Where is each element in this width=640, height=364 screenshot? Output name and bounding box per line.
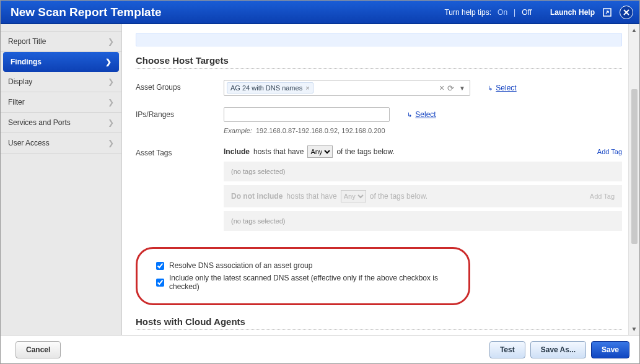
content: Choose Host Targets Asset Groups AG 24 w… <box>122 24 628 335</box>
dialog-window: New Scan Report Template Turn help tips:… <box>0 0 640 364</box>
checkbox-latest-dns[interactable] <box>156 279 164 287</box>
scroll-up-icon[interactable]: ▲ <box>631 27 638 33</box>
refresh-icon[interactable]: ⟳ <box>447 84 454 93</box>
help-tips-label: Turn help tips: <box>444 8 491 17</box>
include-tags-box: (no tags selected) <box>224 162 622 181</box>
titlebar-right: Turn help tips: On | Off Launch Help <box>444 6 633 19</box>
add-tag-exclude-link: Add Tag <box>590 193 615 200</box>
info-banner <box>136 33 622 46</box>
sidebar-item-label: Report Title <box>8 37 46 46</box>
checkbox-resolve-dns-label: Resolve DNS association of an asset grou… <box>169 261 312 270</box>
asset-groups-select: ↳ Select <box>488 84 517 92</box>
dialog-footer: Cancel Test Save As... Save <box>1 335 639 363</box>
include-suffix: of the tags below. <box>336 147 394 156</box>
sidebar: Report Title ❯ Findings ❯ Display ❯ Filt… <box>1 24 122 335</box>
row-ips-ranges: IPs/Ranges ↳ Select <box>136 107 622 122</box>
ips-ranges-select: ↳ Select <box>407 110 436 119</box>
label-ips-ranges: IPs/Ranges <box>136 107 224 119</box>
sidebar-item-label: Display <box>8 77 32 86</box>
highlighted-checkbox-group: Resolve DNS association of an asset grou… <box>136 247 470 305</box>
separator: | <box>514 8 515 17</box>
label-asset-tags: Asset Tags <box>136 145 224 157</box>
content-wrap: Choose Host Targets Asset Groups AG 24 w… <box>122 24 639 335</box>
checkbox-latest-dns-label: Include only the latest scanned DNS asse… <box>169 274 450 291</box>
checkbox-resolve-dns-row: Resolve DNS association of an asset grou… <box>156 261 450 270</box>
help-tips-on-link[interactable]: On <box>498 8 507 17</box>
dialog-title: New Scan Report Template <box>11 6 444 19</box>
dialog-body: Report Title ❯ Findings ❯ Display ❯ Filt… <box>1 24 639 335</box>
sidebar-item-findings[interactable]: Findings ❯ <box>3 52 119 72</box>
sidebar-item-filter[interactable]: Filter ❯ <box>1 92 121 113</box>
sidebar-item-label: Services and Ports <box>8 118 71 127</box>
chevron-right-icon: ❯ <box>105 58 112 66</box>
row-asset-groups: Asset Groups AG 24 with DNS names × × <box>136 80 622 96</box>
include-prefix: Include <box>224 147 250 156</box>
sidebar-item-display[interactable]: Display ❯ <box>1 72 121 92</box>
scrollbar[interactable]: ▲ ▼ <box>628 24 639 335</box>
example-text: 192.168.0.87-192.168.0.92, 192.168.0.200 <box>256 127 385 134</box>
section-title-cloud-agents: Hosts with Cloud Agents <box>136 316 622 330</box>
exclude-tags-row: Do not include hosts that have Any of th… <box>224 185 622 207</box>
scroll-down-icon[interactable]: ▼ <box>631 326 638 332</box>
chevron-right-icon: ❯ <box>108 118 114 127</box>
launch-help-link[interactable]: Launch Help <box>550 8 595 17</box>
titlebar: New Scan Report Template Turn help tips:… <box>1 1 639 24</box>
dropdown-icon[interactable]: ▼ <box>457 85 467 92</box>
select-arrow-icon: ↳ <box>488 85 493 92</box>
ips-ranges-input[interactable] <box>224 107 390 122</box>
exclude-any-all-select[interactable]: Any <box>341 190 366 202</box>
include-any-all-select[interactable]: Any <box>307 145 333 158</box>
chip-label: AG 24 with DNS names <box>230 84 302 92</box>
save-as-button[interactable]: Save As... <box>530 341 586 358</box>
ips-ranges-select-link[interactable]: Select <box>415 110 436 119</box>
sidebar-item-label: User Access <box>8 139 50 147</box>
sidebar-item-label: Findings <box>11 58 42 66</box>
exclude-tags-box: (no tags selected) <box>224 211 622 231</box>
close-icon[interactable] <box>620 6 633 19</box>
add-tag-include-link[interactable]: Add Tag <box>597 148 622 155</box>
test-button[interactable]: Test <box>489 341 525 358</box>
section-title-host-targets: Choose Host Targets <box>136 55 622 69</box>
scrollbar-thumb[interactable] <box>631 89 638 244</box>
asset-groups-input[interactable]: AG 24 with DNS names × × ⟳ ▼ <box>224 80 470 96</box>
cancel-button[interactable]: Cancel <box>15 341 61 358</box>
row-asset-tags: Asset Tags Include hosts that have Any o… <box>136 145 622 231</box>
asset-group-chip[interactable]: AG 24 with DNS names × <box>227 82 313 93</box>
sidebar-item-report-title[interactable]: Report Title ❯ <box>1 31 121 52</box>
checkbox-resolve-dns[interactable] <box>156 262 164 270</box>
chevron-right-icon: ❯ <box>108 139 114 147</box>
chevron-right-icon: ❯ <box>108 77 114 86</box>
chevron-right-icon: ❯ <box>108 98 114 106</box>
sidebar-item-user-access[interactable]: User Access ❯ <box>1 133 121 154</box>
chip-remove-icon[interactable]: × <box>305 84 309 92</box>
exclude-prefix: Do not include <box>231 192 283 201</box>
sidebar-item-label: Filter <box>8 98 25 106</box>
include-tags-row: Include hosts that have Any of the tags … <box>224 145 622 158</box>
select-arrow-icon: ↳ <box>407 111 412 118</box>
chevron-right-icon: ❯ <box>108 37 114 46</box>
exclude-mid: hosts that have <box>286 192 336 201</box>
label-asset-groups: Asset Groups <box>136 80 224 92</box>
sidebar-item-services-ports[interactable]: Services and Ports ❯ <box>1 113 121 133</box>
include-mid: hosts that have <box>253 147 304 156</box>
example-prefix: Example: <box>224 127 252 134</box>
maximize-icon[interactable] <box>601 6 613 19</box>
help-tips-off-link[interactable]: Off <box>522 8 532 17</box>
save-button[interactable]: Save <box>591 341 629 358</box>
exclude-suffix: of the tags below. <box>370 192 427 201</box>
asset-groups-controls: × ⟳ ▼ <box>439 83 467 93</box>
ips-example: Example: 192.168.0.87-192.168.0.92, 192.… <box>224 127 622 134</box>
clear-icon[interactable]: × <box>439 83 444 93</box>
checkbox-latest-dns-row: Include only the latest scanned DNS asse… <box>156 274 450 291</box>
asset-groups-select-link[interactable]: Select <box>496 84 516 92</box>
